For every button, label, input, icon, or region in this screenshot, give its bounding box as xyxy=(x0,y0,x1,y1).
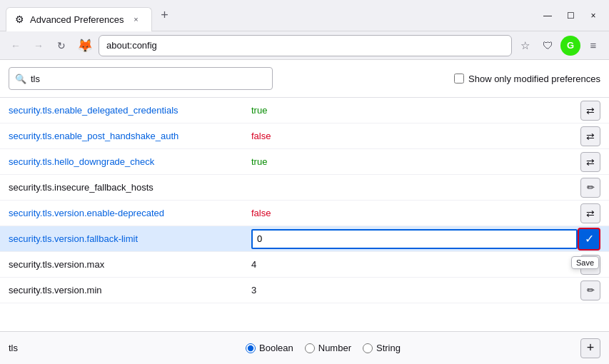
prefs-table: security.tls.enable_delegated_credential… xyxy=(0,98,609,331)
save-check-button[interactable]: ✓Save xyxy=(578,228,600,251)
pref-actions: ⇄ xyxy=(580,152,600,172)
save-tooltip: Save xyxy=(571,256,599,269)
toggle-arrows-button[interactable]: ⇄ xyxy=(580,203,600,223)
new-tab-button[interactable]: + xyxy=(155,6,175,26)
pref-name: security.tls.enable_post_handshake_auth xyxy=(9,131,251,141)
pref-name: security.tls.version.enable-deprecated xyxy=(9,208,251,218)
pref-value: 4 xyxy=(251,259,580,270)
pref-name: security.tls.version.min xyxy=(9,285,251,295)
refresh-button[interactable]: ↻ xyxy=(51,36,71,56)
new-pref-name-text: tls xyxy=(9,343,66,353)
boolean-radio[interactable] xyxy=(246,343,256,353)
pref-name: security.tls.hello_downgrade_check xyxy=(9,156,251,167)
pref-value: true xyxy=(251,156,580,167)
pref-name: security.tls.insecure_fallback_hosts xyxy=(9,182,251,193)
back-button[interactable]: ← xyxy=(6,36,26,56)
minimize-button[interactable]: — xyxy=(538,6,558,26)
table-row[interactable]: security.tls.enable_post_handshake_authf… xyxy=(0,123,609,149)
tab-close-button[interactable]: × xyxy=(130,13,143,26)
table-row[interactable]: security.tls.version.fallback-limit✓Save xyxy=(0,226,609,252)
pref-actions: ⇄ xyxy=(580,101,600,121)
pref-actions: ⇄ xyxy=(580,203,600,223)
show-modified-wrap: Show only modified preferences xyxy=(454,74,600,84)
tab-strip: ⚙ Advanced Preferences × + xyxy=(6,0,538,31)
pref-actions: ✏ xyxy=(580,178,600,198)
profile-button[interactable]: G xyxy=(560,36,580,56)
pref-value: false xyxy=(251,208,580,218)
number-radio[interactable] xyxy=(305,343,315,353)
string-label: String xyxy=(376,343,401,353)
main-content: 🔍 Show only modified preferences securit… xyxy=(0,60,609,364)
tab-favicon-icon: ⚙ xyxy=(15,14,24,25)
shield-button[interactable]: 🛡 xyxy=(538,36,558,56)
pref-actions: ⇄ xyxy=(580,126,600,146)
search-input-wrap[interactable]: 🔍 xyxy=(9,67,273,90)
toggle-arrows-button[interactable]: ⇄ xyxy=(580,126,600,146)
pref-name: security.tls.enable_delegated_credential… xyxy=(9,105,251,116)
string-radio-label[interactable]: String xyxy=(363,343,401,353)
show-modified-checkbox[interactable] xyxy=(454,74,464,84)
firefox-logo-icon: 🦊 xyxy=(77,38,93,54)
boolean-radio-label[interactable]: Boolean xyxy=(246,343,293,353)
toggle-arrows-button[interactable]: ⇄ xyxy=(580,152,600,172)
search-bar: 🔍 Show only modified preferences xyxy=(0,60,609,98)
menu-button[interactable]: ≡ xyxy=(583,36,603,56)
pref-value: true xyxy=(251,105,580,116)
bookmark-star-button[interactable]: ☆ xyxy=(515,36,535,56)
pref-edit-input[interactable] xyxy=(251,229,578,249)
table-row[interactable]: security.tls.version.max4✏ xyxy=(0,252,609,278)
address-bar[interactable]: about:config xyxy=(99,35,512,56)
table-row[interactable]: security.tls.version.enable-deprecatedfa… xyxy=(0,201,609,226)
edit-pencil-button[interactable]: ✏ xyxy=(580,280,600,300)
table-row[interactable]: security.tls.version.min3✏ xyxy=(0,278,609,303)
window-controls: — ☐ × xyxy=(538,6,603,26)
pref-value: false xyxy=(251,131,580,141)
pref-name: security.tls.version.max xyxy=(9,259,251,270)
close-window-button[interactable]: × xyxy=(583,6,603,26)
table-row[interactable]: security.tls.hello_downgrade_checktrue⇄ xyxy=(0,149,609,175)
title-bar: ⚙ Advanced Preferences × + — ☐ × xyxy=(0,0,609,31)
boolean-label: Boolean xyxy=(259,343,293,353)
add-pref-button[interactable]: + xyxy=(580,338,600,358)
forward-button[interactable]: → xyxy=(29,36,49,56)
string-radio[interactable] xyxy=(363,343,373,353)
pref-value: 3 xyxy=(251,285,580,295)
nav-bar: ← → ↻ 🦊 about:config ☆ 🛡 G ≡ xyxy=(0,31,609,60)
pref-actions: ✓Save xyxy=(578,228,600,251)
pref-actions: ✏ xyxy=(580,280,600,300)
edit-pencil-button[interactable]: ✏ xyxy=(580,178,600,198)
search-input[interactable] xyxy=(31,74,266,84)
type-radio-group: Boolean Number String xyxy=(80,343,566,353)
toggle-arrows-button[interactable]: ⇄ xyxy=(580,101,600,121)
table-row[interactable]: security.tls.enable_delegated_credential… xyxy=(0,98,609,123)
address-text: about:config xyxy=(106,40,157,51)
maximize-button[interactable]: ☐ xyxy=(560,6,580,26)
active-tab[interactable]: ⚙ Advanced Preferences × xyxy=(6,7,152,31)
pref-name: security.tls.version.fallback-limit xyxy=(9,233,251,244)
bottom-bar: tls Boolean Number String + xyxy=(0,331,609,364)
show-modified-label: Show only modified preferences xyxy=(468,74,600,84)
number-radio-label[interactable]: Number xyxy=(305,343,351,353)
tab-title: Advanced Preferences xyxy=(30,14,124,25)
table-row[interactable]: security.tls.insecure_fallback_hosts✏ xyxy=(0,175,609,201)
number-label: Number xyxy=(318,343,351,353)
search-icon: 🔍 xyxy=(15,74,26,84)
